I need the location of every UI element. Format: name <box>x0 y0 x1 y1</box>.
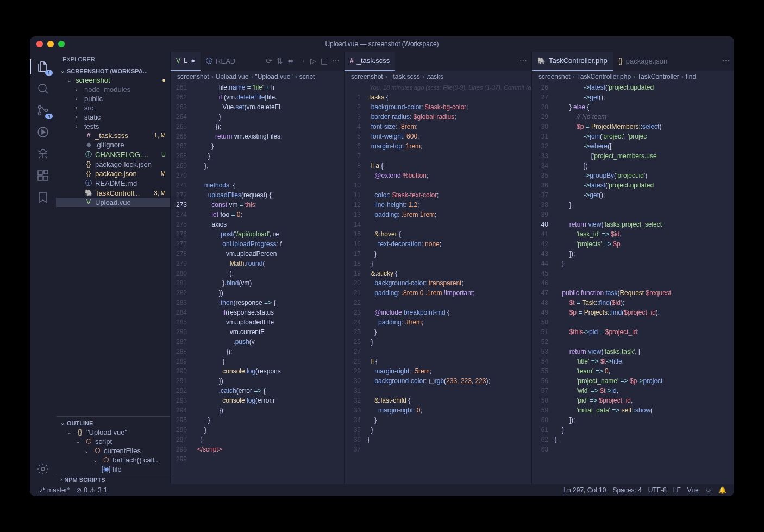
file-task-scss[interactable]: #_task.scss1, M <box>56 131 170 140</box>
crumb-item[interactable]: screenshot <box>177 73 209 80</box>
more-icon[interactable]: ⋯ <box>519 57 527 65</box>
svg-point-1 <box>39 105 41 108</box>
activity-bookmarks[interactable] <box>30 186 56 208</box>
activity-run-debug[interactable] <box>30 121 56 143</box>
reload-icon[interactable]: ⟳ <box>266 57 272 65</box>
nav-back-icon[interactable]: ⬌ <box>287 57 294 65</box>
git-status: 1, M <box>154 132 166 139</box>
file-readme[interactable]: ⓘREADME.md <box>56 178 170 189</box>
tab-task-controller[interactable]: 🐘TaskController.php <box>532 52 613 71</box>
status-git-branch[interactable]: ⎇master* <box>34 486 73 494</box>
activity-bar: 1 4 <box>30 52 56 484</box>
crumb-item[interactable]: .tasks <box>427 73 443 80</box>
php-icon: 🐘 <box>537 57 546 65</box>
crumb-item[interactable]: "Upload.vue" <box>255 73 292 80</box>
folder-static[interactable]: ›static <box>56 112 170 122</box>
crumb-item[interactable]: screenshot <box>351 73 383 80</box>
more-icon[interactable]: ⋯ <box>722 57 730 65</box>
folder-node-modules[interactable]: ›node_modules <box>56 85 170 94</box>
crumb-item[interactable]: script <box>299 73 315 80</box>
nav-forward-icon[interactable]: → <box>298 57 306 65</box>
activity-explorer[interactable]: 1 <box>30 56 56 78</box>
file-gitignore[interactable]: ◆.gitignore <box>56 140 170 149</box>
crumb-item[interactable]: TaskController.php <box>577 73 631 80</box>
code-area-1[interactable]: file.name = 'file' + fi if (vm.deleteFil… <box>193 83 344 484</box>
file-package-json[interactable]: {}package.jsonM <box>56 169 170 178</box>
file-package-lock[interactable]: {}package-lock.json <box>56 160 170 169</box>
folder-screenshot[interactable]: ⌄screenshot● <box>56 76 170 85</box>
crumb-item[interactable]: _task.scss <box>390 73 420 80</box>
crumb-item[interactable]: find <box>686 73 696 80</box>
crumb-item[interactable]: screenshot <box>538 73 571 80</box>
status-indent[interactable]: Spaces: 4 <box>609 486 644 494</box>
json-icon: {} <box>76 428 84 436</box>
outline-script[interactable]: ⌄⬡script <box>56 437 170 446</box>
activity-extensions[interactable] <box>30 165 56 186</box>
activity-testing[interactable] <box>30 143 56 165</box>
outline-header[interactable]: ⌄OUTLINE <box>56 419 170 428</box>
file-task-controller[interactable]: 🐘TaskControll...3, M <box>56 189 170 198</box>
status-feedback-icon[interactable]: ☺ <box>702 486 715 494</box>
breadcrumbs-1[interactable]: screenshot› Upload.vue› "Upload.vue"› sc… <box>171 71 344 83</box>
crumb-item[interactable]: TaskController <box>637 73 679 80</box>
file-changelog[interactable]: ⓘCHANGELOG....U <box>56 149 170 160</box>
outline-foreach[interactable]: ⌄⬡forEach() call... <box>56 455 170 465</box>
traffic-lights <box>36 41 65 47</box>
folder-tests[interactable]: ›tests <box>56 122 170 131</box>
tab-label: READ <box>216 57 235 65</box>
chevron-down-icon: ⌄ <box>67 429 73 435</box>
scm-badge: 4 <box>45 114 53 119</box>
more-icon[interactable]: ⋯ <box>332 57 340 65</box>
minimize-window-button[interactable] <box>47 41 54 47</box>
file-upload-vue[interactable]: VUpload.vue <box>56 198 170 207</box>
code-area-3[interactable]: ->latest('project.updated ->get(); } els… <box>555 83 734 484</box>
activity-settings[interactable] <box>30 458 56 480</box>
breadcrumbs-3[interactable]: screenshot› TaskController.php› TaskCont… <box>532 71 734 83</box>
workspace-section-header[interactable]: ⌄SCREENSHOT (WORKSPA... <box>56 67 170 76</box>
editor-2[interactable]: 1234567891011121314151617181920212223242… <box>345 83 531 484</box>
status-language[interactable]: Vue <box>684 486 702 494</box>
outline-root[interactable]: ⌄{}"Upload.vue" <box>56 428 170 437</box>
folder-src[interactable]: ›src <box>56 103 170 112</box>
breadcrumbs-2[interactable]: screenshot› _task.scss› .tasks <box>345 71 531 83</box>
status-problems[interactable]: ⊘0 ⚠3 1 <box>73 486 110 494</box>
folder-public[interactable]: ›public <box>56 94 170 103</box>
status-eol[interactable]: LF <box>670 486 684 494</box>
json-icon: {} <box>618 57 623 65</box>
warning-icon: ⚠ <box>90 486 96 494</box>
svg-rect-8 <box>43 176 48 180</box>
editor-1[interactable]: 2612622632642652662672682692702712722732… <box>171 83 344 484</box>
json-icon: {} <box>84 160 93 168</box>
file-label: CHANGELOG.... <box>95 151 159 159</box>
gutter-2: 1234567891011121314151617181920212223242… <box>345 83 367 484</box>
folder-label: node_modules <box>84 85 166 93</box>
folder-dot: ● <box>162 77 166 83</box>
svg-point-2 <box>39 112 41 115</box>
code-area-2[interactable]: You, 18 minutes ago (scss: File(0-9), Li… <box>367 83 531 484</box>
file-label: Upload.vue <box>95 198 166 206</box>
outline-currentfiles[interactable]: ⌄⬡currentFiles <box>56 446 170 455</box>
tab-upload-vue[interactable]: VL● <box>171 52 201 71</box>
explorer-badge: 1 <box>45 70 53 76</box>
svg-point-0 <box>39 84 46 92</box>
tab-task-scss[interactable]: #_task.scss <box>345 52 395 71</box>
tab-package-json[interactable]: {}package.json <box>613 52 673 71</box>
tab-actions: ⋯ <box>718 57 734 65</box>
compare-icon[interactable]: ⇅ <box>277 57 283 65</box>
branch-icon: ⎇ <box>37 486 45 494</box>
close-window-button[interactable] <box>36 41 43 47</box>
crumb-item[interactable]: Upload.vue <box>216 73 249 80</box>
tab-readme[interactable]: ⓘREAD <box>201 52 241 71</box>
status-bell-icon[interactable]: 🔔 <box>715 486 730 494</box>
run-icon[interactable]: ▷ <box>310 57 316 65</box>
outline-file[interactable]: [◉]file <box>56 465 170 474</box>
status-encoding[interactable]: UTF-8 <box>645 486 670 494</box>
chevron-down-icon: ⌄ <box>67 77 73 83</box>
editor-3[interactable]: 2627282930313233343536373839404142434445… <box>532 83 734 484</box>
split-icon[interactable]: ◫ <box>321 57 328 65</box>
maximize-window-button[interactable] <box>58 41 65 47</box>
status-ln-col[interactable]: Ln 297, Col 10 <box>560 486 609 494</box>
npm-scripts-header[interactable]: ›NPM SCRIPTS <box>56 474 170 484</box>
activity-search[interactable] <box>30 78 56 99</box>
activity-scm[interactable]: 4 <box>30 99 56 121</box>
